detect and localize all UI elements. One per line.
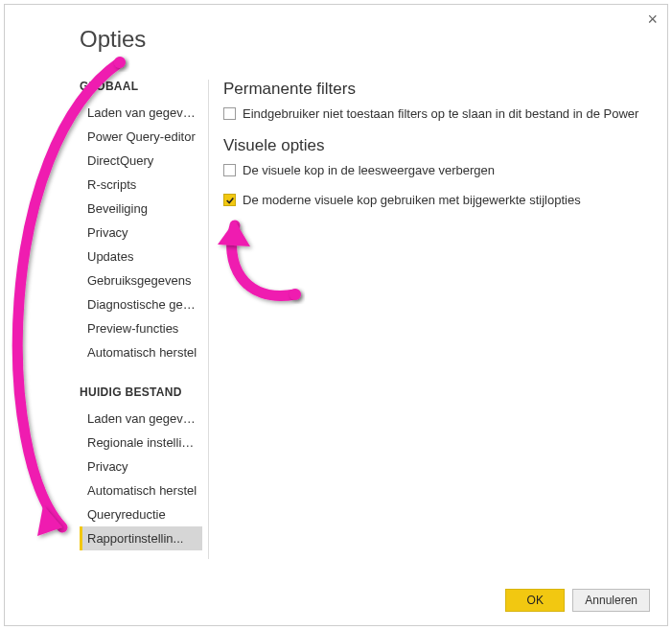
sidebar-group-global: GLOBAAL [80, 80, 202, 93]
sidebar-item[interactable]: Automatisch herstel [80, 478, 202, 502]
checkbox-persistent-filters[interactable] [223, 107, 236, 120]
sidebar-item[interactable]: R-scripts [80, 173, 202, 197]
sidebar-item[interactable]: Preview-functies [80, 316, 202, 340]
svg-point-3 [290, 289, 301, 300]
sidebar-item[interactable]: Laden van gegevens [80, 101, 202, 125]
option-row: Eindgebruiker niet toestaan filters op t… [223, 106, 648, 121]
sidebar-item[interactable]: Diagnostische geg... [80, 292, 202, 316]
sidebar-item[interactable]: Regionale instelling... [80, 431, 202, 455]
svg-point-1 [114, 57, 126, 68]
dialog-frame: × Opties GLOBAAL Laden van gegevensPower… [4, 4, 668, 626]
ok-button[interactable]: OK [505, 589, 565, 612]
option-label: Eindgebruiker niet toestaan filters op t… [243, 106, 638, 121]
sidebar-item[interactable]: Updates [80, 245, 202, 268]
sidebar-item[interactable]: Privacy [80, 455, 202, 478]
checkbox-modern-visual-header[interactable] [223, 194, 236, 206]
sidebar-item[interactable]: Beveiliging [80, 197, 202, 221]
option-label: De moderne visuele kop gebruiken met bij… [243, 193, 581, 207]
dialog-title: Opties [80, 26, 146, 53]
section-visual-options: Visuele opties [223, 136, 648, 155]
option-row: De moderne visuele kop gebruiken met bij… [223, 193, 648, 207]
sidebar: GLOBAAL Laden van gegevensPower Query-ed… [80, 80, 202, 550]
vertical-divider [208, 80, 209, 559]
svg-marker-2 [218, 221, 250, 246]
sidebar-item[interactable]: Gebruiksgegevens [80, 268, 202, 292]
option-label: De visuele kop in de leesweergave verber… [243, 163, 495, 177]
sidebar-item[interactable]: Laden van gegevens [80, 407, 202, 431]
content-pane: Permanente filters Eindgebruiker niet to… [223, 80, 648, 222]
section-permanent-filters: Permanente filters [223, 80, 648, 99]
close-icon[interactable]: × [647, 11, 658, 28]
sidebar-item[interactable]: Power Query-editor [80, 125, 202, 149]
cancel-button[interactable]: Annuleren [572, 589, 650, 612]
option-row: De visuele kop in de leesweergave verber… [223, 163, 648, 177]
sidebar-item[interactable]: Queryreductie [80, 502, 202, 526]
sidebar-item[interactable]: DirectQuery [80, 149, 202, 173]
svg-marker-0 [37, 505, 62, 536]
sidebar-item[interactable]: Automatisch herstel [80, 340, 202, 364]
sidebar-group-current-file: HUIDIG BESTAND [80, 385, 202, 399]
checkbox-hide-visual-header[interactable] [223, 164, 236, 176]
sidebar-item[interactable]: Privacy [80, 221, 202, 245]
dialog-footer: OK Annuleren [505, 589, 650, 612]
sidebar-item-report-settings[interactable]: Rapportinstellin... [80, 526, 202, 550]
